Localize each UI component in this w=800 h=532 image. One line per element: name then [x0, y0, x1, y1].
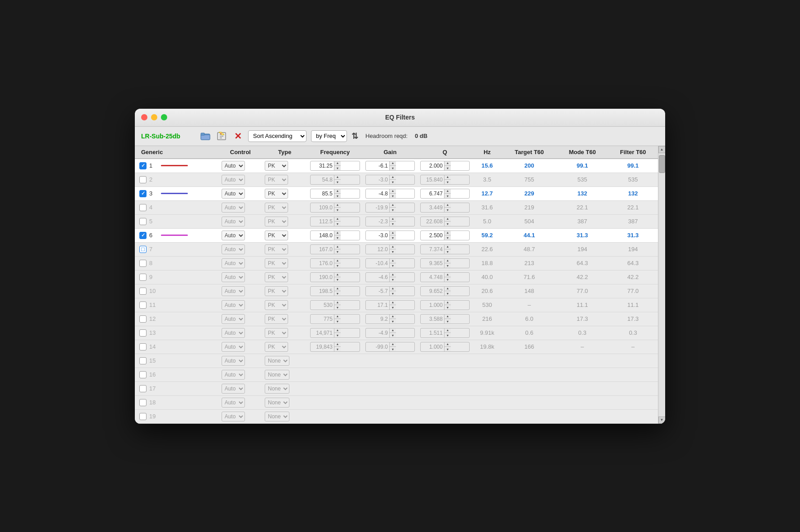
- row-checkbox-7[interactable]: [139, 246, 147, 253]
- mode-t60-cell-5: 387: [556, 214, 608, 228]
- hz-cell-11: 530: [472, 298, 502, 312]
- gain-up-6[interactable]: ▲: [390, 231, 396, 236]
- q-down-5: ▼: [444, 222, 451, 226]
- gain-up-3[interactable]: ▲: [390, 189, 396, 194]
- row-checkbox-12[interactable]: [139, 315, 147, 323]
- gain-input-6[interactable]: [366, 232, 389, 239]
- q-down-6[interactable]: ▼: [444, 235, 451, 240]
- row-checkbox-6[interactable]: [139, 232, 147, 239]
- scroll-down[interactable]: ▼: [658, 417, 666, 424]
- type-cell-14: PK: [262, 340, 307, 354]
- row-checkbox-16[interactable]: [139, 371, 147, 378]
- type-cell-18: None: [262, 395, 307, 409]
- control-cell-11: Auto: [219, 298, 262, 312]
- gain-up-1[interactable]: ▲: [390, 161, 396, 166]
- hz-cell-4: 31.6: [472, 200, 502, 214]
- row-checkbox-5[interactable]: [139, 218, 147, 225]
- q-up-6[interactable]: ▲: [444, 231, 451, 236]
- toolbar: LR-Sub-25db A ✕ Sort Ascending: [135, 127, 665, 146]
- row-checkbox-1[interactable]: [139, 162, 147, 169]
- swap-icon[interactable]: ⇅: [351, 131, 358, 141]
- table-scroll-area[interactable]: Generic Control Type Frequency Gain Q Hz…: [135, 146, 658, 424]
- control-cell-7: Auto: [219, 242, 262, 256]
- type-cell-8: PK: [262, 256, 307, 270]
- type-select-6[interactable]: PK: [265, 231, 288, 240]
- q-up-3[interactable]: ▲: [444, 189, 451, 194]
- freq-input-3[interactable]: [311, 191, 334, 197]
- import-icon[interactable]: A: [216, 131, 227, 141]
- folder-icon[interactable]: [200, 131, 211, 141]
- type-cell-15: None: [262, 354, 307, 368]
- table-row: 18 Auto None: [135, 395, 658, 409]
- freq-down-1[interactable]: ▼: [334, 166, 341, 171]
- q-input-3[interactable]: [421, 191, 444, 197]
- q-up-1[interactable]: ▲: [444, 161, 451, 166]
- row-checkbox-18[interactable]: [139, 399, 147, 406]
- row-checkbox-8[interactable]: [139, 260, 147, 267]
- mode-t60-cell-2: 535: [556, 173, 608, 186]
- control-select-17: Auto: [222, 384, 245, 394]
- row-number-6: 6: [149, 232, 158, 239]
- row-checkbox-15[interactable]: [139, 357, 147, 364]
- freq-up-6[interactable]: ▲: [334, 231, 341, 236]
- minimize-button[interactable]: [151, 114, 157, 120]
- freq-input-11: [311, 302, 334, 308]
- freq-select[interactable]: by Freq by Gain by Q: [311, 130, 347, 142]
- type-select-16: None: [265, 370, 289, 380]
- scrollbar[interactable]: ▲ ▼: [658, 146, 665, 424]
- q-input-6[interactable]: [421, 232, 444, 239]
- control-select-6[interactable]: Auto: [222, 231, 245, 240]
- row-checkbox-9[interactable]: [139, 274, 147, 281]
- scroll-up[interactable]: ▲: [658, 146, 666, 153]
- close-button[interactable]: [141, 114, 147, 120]
- row-number-14: 14: [149, 343, 158, 350]
- row-label-cell: 6: [135, 228, 219, 242]
- gain-cell-2: ▲ ▼: [363, 173, 418, 186]
- q-down-1[interactable]: ▼: [444, 166, 451, 171]
- row-checkbox-17[interactable]: [139, 385, 147, 392]
- type-select-17: None: [265, 384, 289, 394]
- hz-cell-12: 216: [472, 312, 502, 326]
- scroll-thumb[interactable]: [659, 155, 665, 173]
- gain-down-1[interactable]: ▼: [390, 166, 396, 171]
- freq-up-1[interactable]: ▲: [334, 161, 341, 166]
- control-select-3[interactable]: Auto: [222, 189, 245, 199]
- maximize-button[interactable]: [161, 114, 167, 120]
- freq-down-3[interactable]: ▼: [334, 194, 341, 199]
- freq-down-6[interactable]: ▼: [334, 235, 341, 240]
- type-cell-9: PK: [262, 270, 307, 284]
- row-checkbox-3[interactable]: [139, 190, 147, 197]
- freq-input-13: [311, 330, 334, 336]
- freq-up-13: ▲: [334, 328, 341, 333]
- row-checkbox-13[interactable]: [139, 329, 147, 337]
- type-select-3[interactable]: PK: [265, 189, 288, 199]
- sort-select[interactable]: Sort Ascending Sort Descending No Sort: [248, 130, 307, 142]
- row-checkbox-11[interactable]: [139, 301, 147, 309]
- type-select-1[interactable]: PK: [265, 161, 288, 171]
- freq-input-6[interactable]: [311, 232, 334, 239]
- freq-down-5: ▼: [334, 222, 341, 226]
- row-checkbox-4[interactable]: [139, 204, 147, 211]
- type-select-5: PK: [265, 217, 288, 226]
- type-select-10: PK: [265, 286, 288, 296]
- q-input-1[interactable]: [421, 163, 444, 169]
- filter-color-line: [161, 165, 188, 166]
- row-checkbox-19[interactable]: [139, 413, 147, 420]
- gain-down-3[interactable]: ▼: [390, 194, 396, 199]
- row-checkbox-14[interactable]: [139, 343, 147, 350]
- target-t60-cell-11: –: [502, 298, 557, 312]
- gain-input-1[interactable]: [366, 163, 389, 169]
- freq-input-1[interactable]: [311, 163, 334, 169]
- q-down-10: ▼: [444, 291, 451, 296]
- freq-up-3[interactable]: ▲: [334, 189, 341, 194]
- row-checkbox-10[interactable]: [139, 288, 147, 295]
- gain-input-3[interactable]: [366, 191, 389, 197]
- freq-down-12: ▼: [334, 319, 341, 324]
- gain-down-6[interactable]: ▼: [390, 235, 396, 240]
- q-input-4: [421, 204, 444, 211]
- q-cell-18: [418, 395, 472, 409]
- delete-icon[interactable]: ✕: [232, 131, 244, 141]
- row-checkbox-2[interactable]: [139, 176, 147, 183]
- q-down-3[interactable]: ▼: [444, 194, 451, 199]
- control-select-1[interactable]: Auto: [222, 161, 245, 171]
